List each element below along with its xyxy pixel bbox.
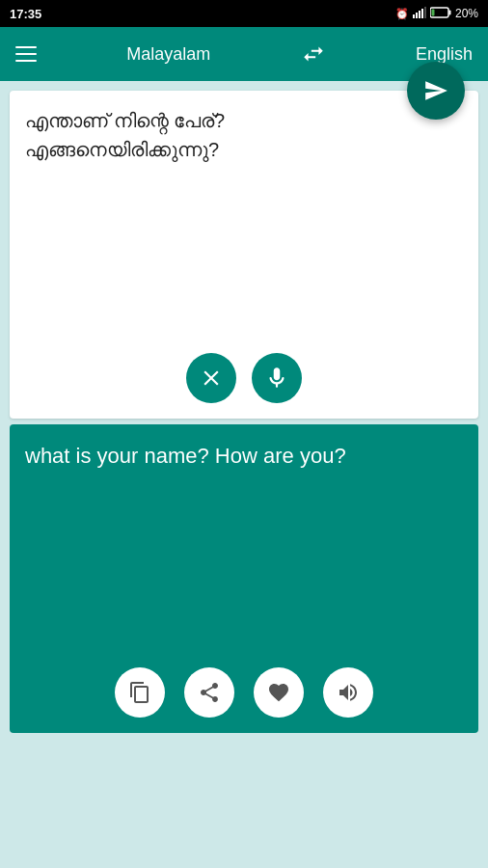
share-button[interactable] bbox=[184, 667, 234, 718]
status-time: 17:35 bbox=[10, 7, 41, 21]
signal-icon bbox=[413, 7, 426, 20]
battery-icon bbox=[430, 7, 451, 20]
svg-rect-2 bbox=[419, 11, 420, 18]
share-icon bbox=[198, 681, 221, 704]
microphone-button[interactable] bbox=[252, 353, 302, 403]
copy-button[interactable] bbox=[115, 667, 165, 718]
battery-percent: 20% bbox=[455, 7, 478, 20]
microphone-icon bbox=[264, 366, 289, 391]
result-text-box: what is your name? How are you? bbox=[10, 424, 478, 733]
svg-rect-7 bbox=[431, 10, 434, 16]
source-language-label[interactable]: Malayalam bbox=[126, 44, 210, 65]
result-actions bbox=[25, 658, 463, 718]
swap-icon bbox=[301, 41, 326, 67]
status-icons: ⏰ 20% bbox=[395, 7, 478, 20]
svg-rect-4 bbox=[424, 7, 426, 18]
send-translate-button[interactable] bbox=[407, 62, 465, 120]
svg-rect-1 bbox=[416, 13, 418, 18]
svg-rect-0 bbox=[413, 14, 415, 18]
main-content: എന്താണ് നിന്റെ പേര്? എങ്ങനെയിരിക്കുന്നു? bbox=[0, 81, 488, 743]
svg-rect-3 bbox=[421, 9, 423, 18]
favorite-icon bbox=[267, 681, 290, 704]
speak-button[interactable] bbox=[323, 667, 373, 718]
status-bar: 17:35 ⏰ 20% bbox=[0, 0, 488, 27]
swap-languages-button[interactable] bbox=[301, 41, 326, 67]
favorite-button[interactable] bbox=[254, 667, 304, 718]
speak-icon bbox=[337, 681, 360, 704]
source-text-box: എന്താണ് നിന്റെ പേര്? എങ്ങനെയിരിക്കുന്നു? bbox=[10, 91, 478, 419]
source-text[interactable]: എന്താണ് നിന്റെ പേര്? എങ്ങനെയിരിക്കുന്നു? bbox=[25, 106, 463, 343]
source-actions bbox=[25, 343, 463, 403]
svg-rect-6 bbox=[448, 11, 450, 15]
result-text: what is your name? How are you? bbox=[25, 440, 463, 472]
alarm-icon: ⏰ bbox=[395, 8, 409, 20]
clear-button[interactable] bbox=[186, 353, 236, 403]
copy-icon bbox=[128, 681, 151, 704]
send-icon bbox=[423, 78, 448, 103]
target-language-label[interactable]: English bbox=[416, 44, 473, 65]
hamburger-menu[interactable] bbox=[15, 46, 37, 62]
clear-icon bbox=[199, 366, 224, 391]
